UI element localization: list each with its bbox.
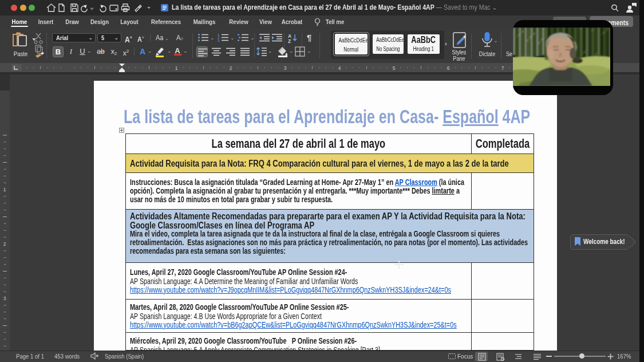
svg-text:4: 4 [338, 65, 341, 71]
svg-text:3: 3 [218, 39, 220, 42]
svg-text:3: 3 [3, 296, 6, 301]
svg-text:1: 1 [3, 187, 6, 192]
svg-text:3: 3 [284, 65, 287, 71]
svg-text:Z: Z [288, 38, 291, 44]
svg-text:7: 7 [501, 65, 504, 71]
svg-text:2: 2 [3, 241, 6, 247]
svg-text:1: 1 [175, 65, 178, 71]
svg-text:5: 5 [393, 65, 396, 71]
svg-text:6: 6 [447, 65, 450, 71]
svg-text:2: 2 [230, 65, 232, 71]
